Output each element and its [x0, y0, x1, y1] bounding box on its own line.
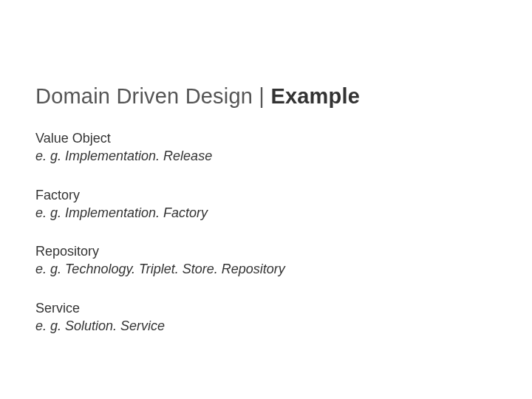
- example-text: Implementation. Release: [65, 149, 212, 163]
- concept-example: e. g. Implementation. Factory: [35, 204, 497, 222]
- example-label: e. g.: [35, 205, 65, 220]
- concept-block: Repository e. g. Technology. Triplet. St…: [35, 242, 497, 279]
- example-text: Solution. Service: [65, 318, 165, 333]
- concept-name: Factory: [35, 186, 497, 204]
- page-title: Domain Driven Design | Example: [35, 84, 497, 109]
- example-text: Technology. Triplet. Store. Repository: [65, 262, 285, 276]
- concept-name: Service: [35, 299, 497, 317]
- example-label: e. g.: [35, 149, 65, 163]
- title-prefix: Domain Driven Design |: [35, 84, 270, 108]
- concept-block: Factory e. g. Implementation. Factory: [35, 186, 497, 222]
- concept-example: e. g. Technology. Triplet. Store. Reposi…: [35, 260, 497, 278]
- example-label: e. g.: [35, 262, 65, 276]
- title-highlight: Example: [270, 84, 360, 108]
- concept-name: Repository: [35, 242, 497, 260]
- example-label: e. g.: [35, 318, 65, 333]
- concept-block: Value Object e. g. Implementation. Relea…: [35, 129, 497, 166]
- concept-example: e. g. Implementation. Release: [35, 147, 497, 165]
- concept-name: Value Object: [35, 129, 497, 147]
- concept-block: Service e. g. Solution. Service: [35, 299, 497, 335]
- concept-example: e. g. Solution. Service: [35, 317, 497, 335]
- example-text: Implementation. Factory: [65, 205, 208, 220]
- slide: Domain Driven Design | Example Value Obj…: [0, 0, 532, 335]
